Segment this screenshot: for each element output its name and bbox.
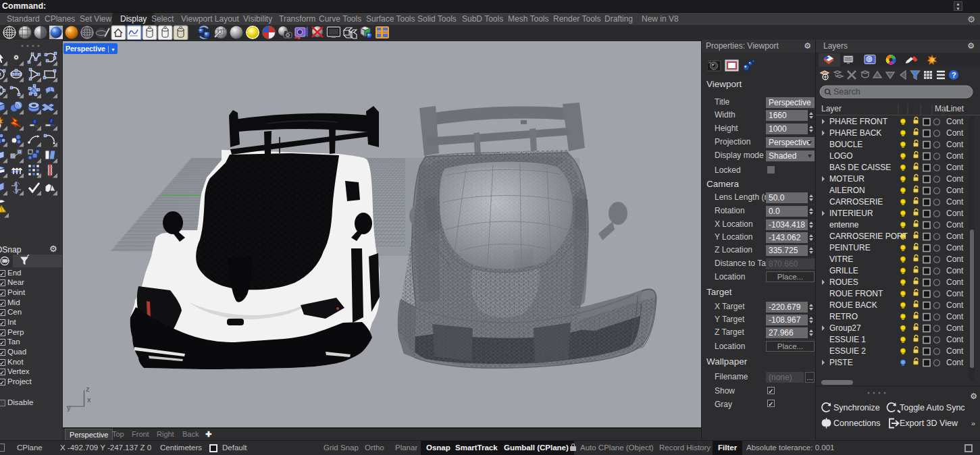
svg-text:z: z — [86, 385, 90, 393]
svg-text:x: x — [87, 396, 91, 404]
svg-text:Search: Search — [833, 87, 860, 97]
svg-text:y: y — [67, 404, 71, 412]
svg-text:Layer: Layer — [821, 104, 842, 113]
svg-text:Linet: Linet — [946, 104, 964, 113]
svg-text:?: ? — [952, 71, 956, 79]
svg-text:»: » — [971, 419, 975, 427]
